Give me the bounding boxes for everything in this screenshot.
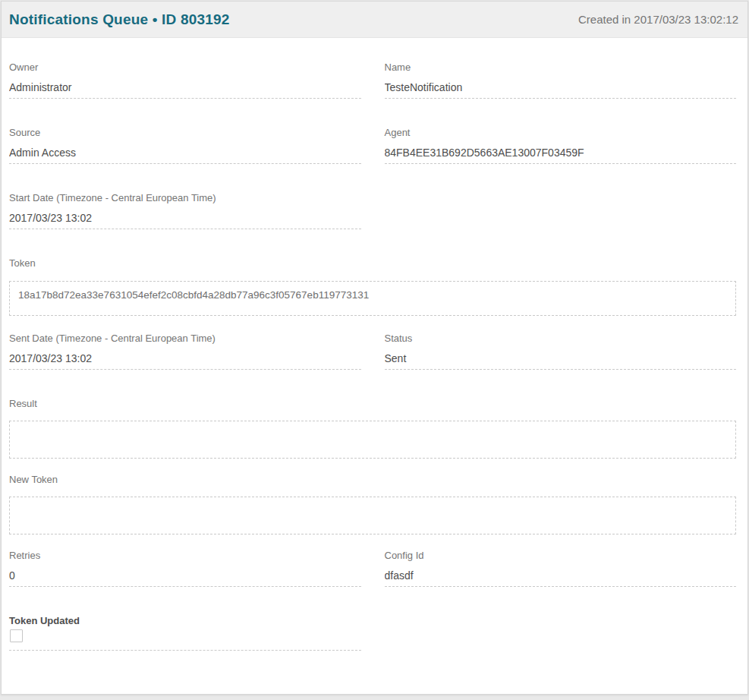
name-label: Name [385, 61, 737, 73]
config-id-label: Config Id [385, 550, 737, 561]
field-agent: Agent 84FB4EE31B692D5663AE13007F03459F [385, 127, 737, 164]
agent-value: 84FB4EE31B692D5663AE13007F03459F [385, 147, 737, 164]
config-id-value: dfasdf [385, 569, 737, 587]
new-token-value [9, 497, 736, 534]
field-new-token: New Token [9, 474, 736, 550]
source-label: Source [9, 127, 361, 138]
detail-content: Owner Administrator Name TesteNotificati… [2, 38, 747, 666]
token-value: 18a17b8d72ea33e7631054efef2c08cbfd4a28db… [9, 281, 736, 316]
name-value: TesteNotification [385, 81, 737, 99]
field-status: Status Sent [385, 333, 737, 370]
field-owner: Owner Administrator [9, 61, 361, 99]
field-name: Name TesteNotification [385, 61, 737, 99]
owner-value: Administrator [9, 81, 361, 99]
created-timestamp: Created in 2017/03/23 13:02:12 [578, 13, 738, 26]
result-value [9, 421, 736, 459]
result-label: Result [9, 398, 736, 409]
field-retries: Retries 0 [9, 550, 361, 587]
owner-label: Owner [9, 61, 361, 73]
field-sent-date: Sent Date (Timezone - Central European T… [9, 333, 361, 370]
field-result: Result [9, 398, 736, 474]
field-start-date: Start Date (Timezone - Central European … [9, 192, 361, 229]
status-value: Sent [385, 352, 737, 370]
token-updated-label: Token Updated [9, 615, 361, 626]
retries-value: 0 [9, 569, 361, 587]
field-token-updated: Token Updated [9, 615, 361, 651]
start-date-value: 2017/03/23 13:02 [9, 212, 361, 229]
start-date-label: Start Date (Timezone - Central European … [9, 192, 361, 203]
new-token-label: New Token [9, 474, 736, 485]
field-config-id: Config Id dfasdf [385, 550, 737, 587]
fields-grid: Owner Administrator Name TesteNotificati… [9, 61, 736, 666]
sent-date-label: Sent Date (Timezone - Central European T… [9, 333, 361, 344]
notifications-queue-detail-card: Notifications Queue • ID 803192 Created … [1, 1, 748, 695]
token-updated-checkbox[interactable] [10, 629, 23, 642]
source-value: Admin Access [9, 147, 361, 164]
detail-header: Notifications Queue • ID 803192 Created … [2, 2, 747, 38]
field-token: Token 18a17b8d72ea33e7631054efef2c08cbfd… [9, 257, 736, 333]
field-source: Source Admin Access [9, 127, 361, 164]
token-label: Token [9, 257, 736, 269]
retries-label: Retries [9, 550, 361, 561]
agent-label: Agent [385, 127, 737, 138]
sent-date-value: 2017/03/23 13:02 [9, 352, 361, 370]
page-title: Notifications Queue • ID 803192 [9, 11, 230, 28]
status-label: Status [385, 333, 737, 344]
